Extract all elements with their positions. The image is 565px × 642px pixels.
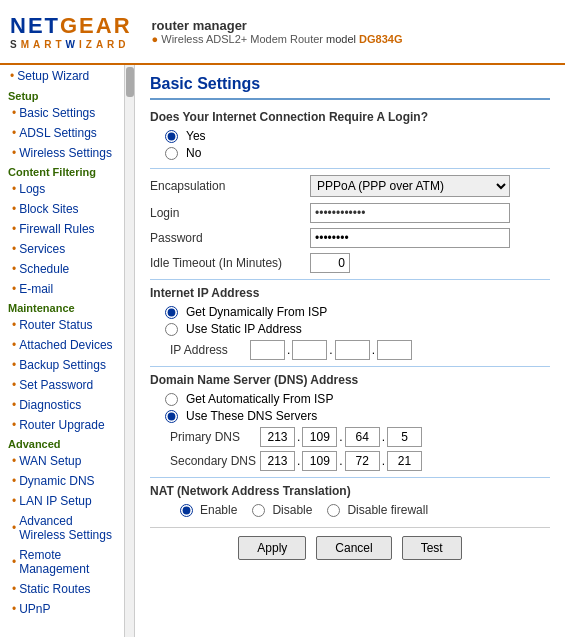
nat-disable-firewall-label: Disable firewall bbox=[347, 503, 428, 517]
primary-dns-2[interactable] bbox=[302, 427, 337, 447]
radio-dynamic-label: Get Dynamically From ISP bbox=[186, 305, 327, 319]
button-bar: Apply Cancel Test bbox=[150, 527, 550, 560]
login-input[interactable] bbox=[310, 203, 510, 223]
sidebar-section-advanced: Advanced bbox=[0, 435, 124, 451]
sidebar-section-content-filtering: Content Filtering bbox=[0, 163, 124, 179]
secondary-dns-3[interactable] bbox=[345, 451, 380, 471]
sidebar-item-static-routes[interactable]: •Static Routes bbox=[0, 579, 124, 599]
sidebar-item-block-sites[interactable]: •Block Sites bbox=[0, 199, 124, 219]
apply-button[interactable]: Apply bbox=[238, 536, 306, 560]
nat-enable-label: Enable bbox=[200, 503, 237, 517]
radio-manual-dns[interactable] bbox=[165, 410, 178, 423]
sidebar-section-maintenance: Maintenance bbox=[0, 299, 124, 315]
model-label: model bbox=[326, 33, 356, 45]
sidebar-item-upnp[interactable]: •UPnP bbox=[0, 599, 124, 619]
nat-section-label: NAT (Network Address Translation) bbox=[150, 484, 550, 498]
nat-disable-firewall-option[interactable]: Disable firewall bbox=[327, 503, 428, 517]
primary-dns-1[interactable] bbox=[260, 427, 295, 447]
ip-seg-4[interactable] bbox=[377, 340, 412, 360]
internet-ip-section: Internet IP Address bbox=[150, 286, 550, 300]
router-manager-title: router manager bbox=[152, 18, 403, 33]
secondary-dns-1[interactable] bbox=[260, 451, 295, 471]
nat-disable-label: Disable bbox=[272, 503, 312, 517]
sidebar-item-remote-management[interactable]: •Remote Management bbox=[0, 545, 124, 579]
sidebar-item-setup-wizard[interactable]: • Setup Wizard bbox=[0, 65, 124, 87]
radio-yes-input[interactable] bbox=[165, 130, 178, 143]
sidebar-item-services[interactable]: •Services bbox=[0, 239, 124, 259]
sidebar-item-attached-devices[interactable]: •Attached Devices bbox=[0, 335, 124, 355]
login-label: Login bbox=[150, 206, 310, 220]
sidebar-item-logs[interactable]: •Logs bbox=[0, 179, 124, 199]
ip-dot-3: . bbox=[372, 343, 375, 357]
router-subtitle: ● Wireless ADSL2+ Modem Router model DG8… bbox=[152, 33, 403, 45]
radio-static-label: Use Static IP Address bbox=[186, 322, 302, 336]
nat-enable-option[interactable]: Enable bbox=[180, 503, 237, 517]
radio-static-ip[interactable] bbox=[165, 323, 178, 336]
radio-nat-disable[interactable] bbox=[252, 504, 265, 517]
idle-timeout-label: Idle Timeout (In Minutes) bbox=[150, 256, 310, 270]
ip-seg-3[interactable] bbox=[335, 340, 370, 360]
password-input[interactable] bbox=[310, 228, 510, 248]
router-info: router manager ● Wireless ADSL2+ Modem R… bbox=[152, 18, 403, 45]
netgear-logo: NETGEAR bbox=[10, 13, 132, 39]
sidebar-item-firewall-rules[interactable]: •Firewall Rules bbox=[0, 219, 124, 239]
sidebar-item-backup-settings[interactable]: •Backup Settings bbox=[0, 355, 124, 375]
sidebar-item-diagnostics[interactable]: •Diagnostics bbox=[0, 395, 124, 415]
ip-dot-1: . bbox=[287, 343, 290, 357]
sidebar-item-router-upgrade[interactable]: •Router Upgrade bbox=[0, 415, 124, 435]
sidebar-item-email[interactable]: •E-mail bbox=[0, 279, 124, 299]
radio-nat-enable[interactable] bbox=[180, 504, 193, 517]
idle-timeout-input[interactable] bbox=[310, 253, 350, 273]
primary-dns-4[interactable] bbox=[387, 427, 422, 447]
page-title: Basic Settings bbox=[150, 75, 550, 100]
logo-area: NETGEAR SMARTWIZARD bbox=[10, 13, 132, 50]
secondary-dns-2[interactable] bbox=[302, 451, 337, 471]
radio-no[interactable]: No bbox=[165, 146, 550, 160]
secondary-dns-4[interactable] bbox=[387, 451, 422, 471]
dns-section: Domain Name Server (DNS) Address bbox=[150, 373, 550, 387]
radio-no-label: No bbox=[186, 146, 201, 160]
encapsulation-label: Encapsulation bbox=[150, 179, 310, 193]
sidebar: • Setup Wizard Setup •Basic Settings •AD… bbox=[0, 65, 125, 637]
encapsulation-select[interactable]: PPPoA (PPP over ATM) PPPoE (PPP over Eth… bbox=[310, 175, 510, 197]
sidebar-item-lan-ip-setup[interactable]: •LAN IP Setup bbox=[0, 491, 124, 511]
main-content: Basic Settings Does Your Internet Connec… bbox=[135, 65, 565, 637]
sidebar-item-router-status[interactable]: •Router Status bbox=[0, 315, 124, 335]
sidebar-item-wireless-settings[interactable]: •Wireless Settings bbox=[0, 143, 124, 163]
password-label: Password bbox=[150, 231, 310, 245]
radio-nat-disable-firewall[interactable] bbox=[327, 504, 340, 517]
sidebar-item-set-password[interactable]: •Set Password bbox=[0, 375, 124, 395]
model-value: DG834G bbox=[359, 33, 402, 45]
header: NETGEAR SMARTWIZARD router manager ● Wir… bbox=[0, 0, 565, 65]
secondary-dns-label: Secondary DNS bbox=[170, 454, 260, 468]
radio-dynamic-ip[interactable] bbox=[165, 306, 178, 319]
smartwizard-logo: SMARTWIZARD bbox=[10, 39, 132, 50]
nat-disable-option[interactable]: Disable bbox=[252, 503, 312, 517]
primary-dns-label: Primary DNS bbox=[170, 430, 260, 444]
ip-seg-2[interactable] bbox=[292, 340, 327, 360]
sidebar-item-dynamic-dns[interactable]: •Dynamic DNS bbox=[0, 471, 124, 491]
primary-dns-3[interactable] bbox=[345, 427, 380, 447]
sidebar-section-setup: Setup bbox=[0, 87, 124, 103]
test-button[interactable]: Test bbox=[402, 536, 462, 560]
sidebar-item-adsl-settings[interactable]: •ADSL Settings bbox=[0, 123, 124, 143]
radio-manual-dns-label: Use These DNS Servers bbox=[186, 409, 317, 423]
sidebar-item-wan-setup[interactable]: •WAN Setup bbox=[0, 451, 124, 471]
radio-auto-dns[interactable] bbox=[165, 393, 178, 406]
ip-address-label: IP Address bbox=[170, 343, 250, 357]
login-question: Does Your Internet Connection Require A … bbox=[150, 110, 550, 124]
sidebar-item-advanced-wireless-settings[interactable]: •Advanced Wireless Settings bbox=[0, 511, 124, 545]
ip-seg-1[interactable] bbox=[250, 340, 285, 360]
ip-dot-2: . bbox=[329, 343, 332, 357]
radio-yes[interactable]: Yes bbox=[165, 129, 550, 143]
radio-yes-label: Yes bbox=[186, 129, 206, 143]
sidebar-item-schedule[interactable]: •Schedule bbox=[0, 259, 124, 279]
radio-auto-dns-label: Get Automatically From ISP bbox=[186, 392, 333, 406]
radio-no-input[interactable] bbox=[165, 147, 178, 160]
cancel-button[interactable]: Cancel bbox=[316, 536, 391, 560]
sidebar-item-basic-settings[interactable]: •Basic Settings bbox=[0, 103, 124, 123]
